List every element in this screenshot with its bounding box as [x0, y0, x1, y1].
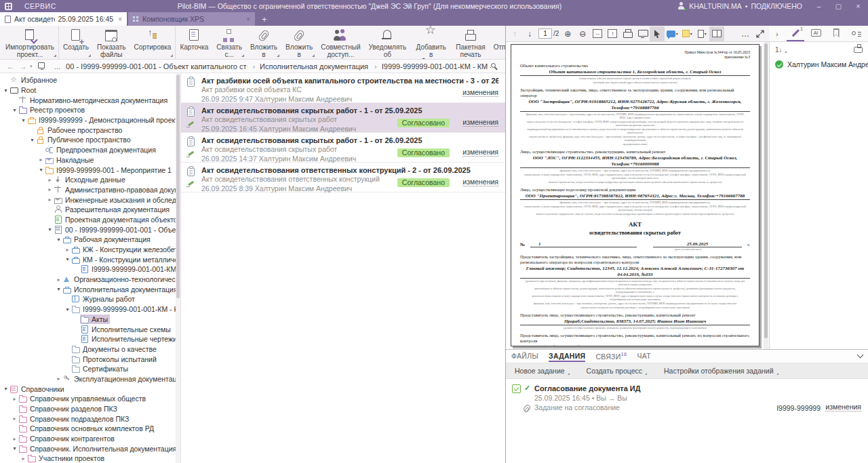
expander-icon[interactable] [55, 277, 62, 283]
scrollbar-thumb[interactable] [764, 43, 768, 338]
toolbar-button[interactable]: Вложить в процесс [281, 26, 317, 59]
breadcrumb-item[interactable]: I9999-999999-001-001-КМ - КМ - Конструкц… [370, 62, 491, 71]
tree-item[interactable]: Публичное пространство [0, 135, 176, 145]
tree-item[interactable]: I9999-999999-001 - Мероприятие 1 [0, 165, 176, 175]
collapse-bottom-panel-icon[interactable] [857, 352, 864, 359]
tree-item[interactable]: Исполнительная документация [0, 284, 176, 294]
changes-link[interactable]: изменения [462, 119, 498, 127]
tree-item[interactable]: Эксплуатационная документация [0, 374, 176, 384]
bottom-tab[interactable]: ЧАТ [637, 350, 652, 362]
search-icon[interactable] [491, 63, 496, 68]
task-checkbox-icon[interactable] [512, 384, 521, 393]
expander-icon[interactable] [11, 436, 18, 442]
document-list-item[interactable]: Акт освидетельствования скрытых работ - … [181, 133, 505, 163]
minimize-button[interactable]: – [809, 0, 829, 12]
tree-scrollbar[interactable] [176, 73, 180, 463]
tree-item[interactable]: Рабочая документация [0, 235, 176, 245]
tree-item[interactable]: Справочник. Исполнительная документация [0, 443, 176, 454]
tree-item[interactable]: Справочники [0, 384, 176, 394]
more-tools-icon[interactable]: … [738, 26, 753, 41]
presentation-icon[interactable] [635, 26, 650, 41]
forward-icon[interactable]: → [17, 62, 30, 71]
breadcrumb-overflow[interactable]: ... [54, 62, 60, 71]
tree-item[interactable]: Справочник подразделов ПКЗ [0, 414, 176, 424]
close-button[interactable]: × [848, 0, 868, 12]
collapse-panel-icon[interactable]: › [772, 30, 783, 38]
tree-item[interactable]: КЖ - Конструкции железобетонные [0, 245, 176, 255]
add-comment-icon[interactable]: ▾ [665, 26, 679, 41]
zoom-in-icon[interactable]: ⊕ [560, 26, 575, 41]
toolbar-button[interactable]: Показать файлы на диске [93, 26, 130, 59]
tree-item[interactable]: Нормативно-методическая документация [0, 95, 176, 105]
toolbar-button[interactable]: Совместный доступ... [317, 26, 364, 59]
tree-item[interactable]: Справочник контрагентов [0, 434, 176, 444]
fullscreen-icon[interactable] [753, 26, 768, 41]
two-page-view-icon[interactable] [709, 26, 724, 41]
sort-icon[interactable]: 1↓ [775, 46, 783, 54]
tab-document[interactable]: Акт освидетельствовани... 25.09.2025 16:… [0, 12, 127, 26]
service-menu[interactable]: СЕРВИС [19, 2, 62, 10]
expander-icon[interactable] [46, 197, 54, 203]
tree-item[interactable]: 00 - I9999-999999-001-001 - Объект капит… [0, 224, 176, 235]
document-list-item[interactable]: Акт освидетельствования скрытых работ - … [181, 103, 505, 133]
changes-link[interactable]: изменения [825, 403, 861, 411]
tree-item[interactable]: Избранное [0, 75, 176, 85]
history-dropdown-icon[interactable]: ▾ [30, 64, 34, 69]
tab-annotations[interactable]: 1 [787, 26, 804, 41]
changes-link[interactable]: изменения [462, 178, 498, 186]
document-list-item[interactable]: Акт освидетельствования ответственных ко… [181, 163, 505, 193]
toolbar-button[interactable]: Вложить в задание [246, 26, 281, 59]
toolbar-button[interactable]: Пакетная печать в... [452, 26, 490, 59]
expander-icon[interactable] [46, 186, 54, 193]
tree-item[interactable]: Сертификаты [0, 364, 176, 374]
scrollbar-thumb[interactable] [176, 75, 180, 298]
pointer-tool-icon[interactable] [650, 26, 665, 41]
expander-icon[interactable] [46, 177, 54, 183]
back-icon[interactable]: ← [4, 62, 17, 71]
document-viewer[interactable]: Приказ Минстроя №344/пр от 16.05.2023при… [506, 42, 769, 349]
tree-item[interactable]: Акты [0, 315, 176, 325]
expander-icon[interactable] [55, 376, 62, 382]
toolbar-button[interactable]: Добавить в избранное [410, 26, 452, 59]
tree-item[interactable]: I9999-999999 - Демонстрационный проект [0, 115, 176, 125]
add-note-icon[interactable]: ▾ [679, 26, 694, 41]
toolbar-button[interactable]: Импортировать проект... [1, 26, 58, 59]
breadcrumb-item[interactable]: Исполнительная документация [248, 62, 370, 71]
bottom-tab[interactable]: ФАЙЛЫ [511, 350, 538, 362]
fit-height-icon[interactable]: ↕ [605, 26, 620, 41]
tree-item[interactable]: Исполнительные чертежи [0, 334, 176, 344]
signer-item[interactable]: Халтурин Максим Андреевич (С... [770, 57, 868, 72]
tasks-toolbar-button[interactable]: Создать процесс [583, 367, 647, 375]
expander-icon[interactable] [55, 286, 62, 292]
tree-item[interactable]: Накладные [0, 155, 176, 165]
tree-item[interactable]: I9999-999999-001-001-КМ [0, 264, 176, 275]
tree-item[interactable]: Справочник основных комплектов РД [0, 424, 176, 434]
bottom-tab[interactable]: СВЯЗИ16 [595, 350, 627, 363]
expander-icon[interactable] [37, 157, 45, 163]
tree-item[interactable]: Реестр проектов [0, 105, 176, 115]
close-tab-icon[interactable]: × [246, 16, 250, 23]
tree-item[interactable]: I9999-999999-001-001-КМ - КМ - Кон... [0, 304, 176, 315]
expander-icon[interactable] [11, 107, 18, 113]
tree-item[interactable]: Документы о качестве [0, 344, 176, 355]
toolbar-button[interactable]: Связать с... [212, 26, 246, 59]
tree-item[interactable]: Исходные данные [0, 175, 176, 185]
task-item[interactable]: ✓ Согласование документа ИД 25.09.2025 1… [506, 379, 868, 417]
tree-item[interactable]: Разрешительная документация [0, 205, 176, 215]
tree-item[interactable]: Административно-правовая документация [0, 185, 176, 195]
tree-item[interactable]: Инженерные изыскания и обследования [0, 195, 176, 205]
tree-item[interactable]: КМ - Конструкции металлические [0, 254, 176, 264]
stamp-icon[interactable] [854, 47, 863, 53]
print-icon[interactable] [620, 26, 635, 41]
expander-icon[interactable] [37, 167, 45, 173]
changes-link[interactable]: изменения [462, 89, 498, 97]
maximize-button[interactable]: ▢ [829, 0, 848, 12]
bottom-tab[interactable]: ЗАДАНИЯ [549, 350, 585, 362]
zoom-out-icon[interactable]: ⊖ [575, 26, 590, 41]
toolbar-button[interactable]: Уведомлять об изменениях [364, 26, 410, 59]
expander-icon[interactable] [64, 247, 71, 253]
page-number-input[interactable]: 1 [538, 28, 552, 39]
expander-icon[interactable] [2, 386, 9, 392]
toolbar-button[interactable]: Сортировка [130, 26, 176, 59]
expander-icon[interactable] [64, 256, 71, 262]
